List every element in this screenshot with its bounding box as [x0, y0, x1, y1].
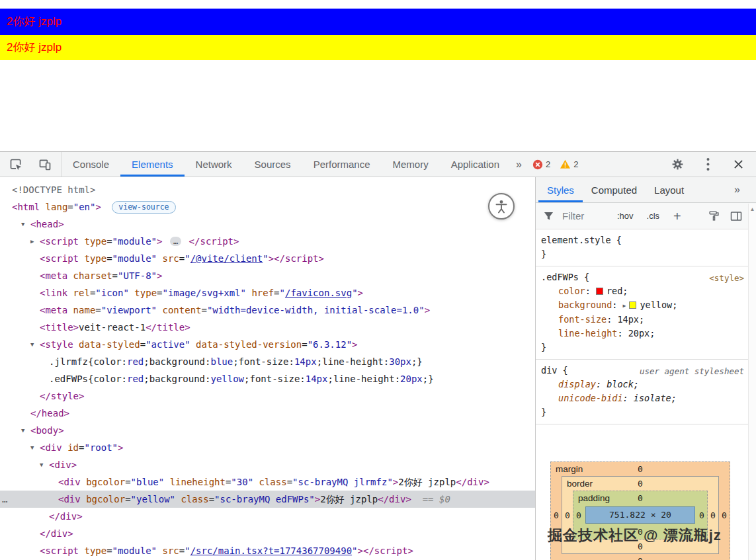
code-token: 20px;: [628, 328, 655, 339]
code-token: =: [209, 494, 214, 504]
inspect-element-icon[interactable]: [8, 157, 24, 173]
tab-application[interactable]: Application: [440, 152, 511, 177]
expander-icon[interactable]: ▶: [30, 233, 40, 250]
toggle-pseudo-state-button[interactable]: :hov: [614, 210, 637, 222]
code-row[interactable]: .jlrmfz{color:red;background:blue;font-s…: [0, 353, 535, 370]
code-token: >: [118, 442, 123, 453]
padding-right-value[interactable]: 0: [696, 510, 707, 520]
row-overflow-menu-icon[interactable]: …: [2, 491, 7, 508]
expander-icon[interactable]: ▼: [30, 336, 40, 353]
code-row[interactable]: <title>veit-react-1</title>: [0, 319, 535, 336]
brush-icon[interactable]: [706, 208, 722, 224]
code-token: class: [259, 477, 287, 487]
gear-icon[interactable]: [670, 157, 685, 172]
color-swatch[interactable]: [629, 301, 636, 309]
toggle-element-class-button[interactable]: .cls: [644, 210, 663, 222]
code-row[interactable]: ▼<body>: [0, 422, 535, 439]
code-row[interactable]: </div>: [0, 525, 535, 542]
border-right-value[interactable]: 0: [708, 510, 718, 520]
rule-source-link[interactable]: <style>: [709, 271, 744, 285]
sidebar-more-tabs-icon[interactable]: »: [729, 177, 745, 202]
code-row[interactable]: font-size: 14px;: [536, 313, 756, 327]
margin-right-value[interactable]: 0: [719, 510, 730, 520]
styles-filter-input[interactable]: [561, 210, 607, 222]
inline-expand-icon[interactable]: …: [170, 237, 181, 246]
code-row[interactable]: </div>: [0, 508, 535, 525]
code-token: red: [127, 374, 144, 384]
resource-link[interactable]: /favicon.svg: [285, 288, 352, 298]
close-icon[interactable]: [731, 157, 745, 172]
resource-link[interactable]: /src/main.tsx?t=1774367709490: [190, 545, 352, 556]
code-row[interactable]: <html lang="en"> view-source: [0, 198, 535, 216]
margin-left-value[interactable]: 0: [551, 510, 562, 520]
code-row[interactable]: <script type="module" src="/@vite/client…: [0, 250, 535, 267]
code-row[interactable]: }: [536, 405, 756, 419]
code-row[interactable]: background: ▶yellow;: [536, 298, 756, 313]
code-row[interactable]: color: red;: [536, 284, 756, 298]
shorthand-expand-icon[interactable]: ▶: [623, 303, 626, 309]
tab-sources[interactable]: Sources: [243, 152, 302, 177]
color-swatch[interactable]: [596, 288, 603, 295]
tab-elements[interactable]: Elements: [120, 152, 185, 177]
code-row[interactable]: ▼<div>: [0, 456, 535, 473]
view-source-badge[interactable]: view-source: [112, 201, 175, 214]
padding-top-value[interactable]: 0: [638, 493, 643, 503]
code-row[interactable]: <!DOCTYPE html>: [0, 181, 535, 198]
boxmodel-content[interactable]: 751.822 × 20: [585, 506, 695, 524]
code-row[interactable]: ▼<div id="root">: [0, 439, 535, 456]
code-row[interactable]: <div bgcolor="blue" lineheight="30" clas…: [0, 473, 535, 491]
kebab-menu-icon[interactable]: [700, 157, 715, 172]
padding-left-value[interactable]: 0: [573, 510, 584, 520]
accessibility-button[interactable]: [488, 193, 515, 220]
border-top-value[interactable]: 0: [638, 479, 643, 489]
more-tabs-icon[interactable]: »: [511, 152, 527, 177]
code-row[interactable]: <script type="module" src="/src/main.tsx…: [0, 542, 535, 559]
code-row[interactable]: .edFWPs {<style>: [536, 270, 756, 284]
code-row[interactable]: </head>: [0, 405, 535, 422]
sidebar-tab-styles[interactable]: Styles: [538, 177, 583, 202]
expander-icon[interactable]: ▼: [21, 422, 30, 439]
warning-badge[interactable]: 2: [560, 159, 578, 169]
style-rule: div {user agent stylesheetdisplay: block…: [536, 360, 756, 424]
code-row[interactable]: display: block;: [536, 378, 756, 391]
code-row[interactable]: <meta charset="UTF-8">: [0, 267, 535, 284]
code-token: line-height: [558, 328, 617, 339]
tab-network[interactable]: Network: [185, 152, 243, 177]
code-token: ;}: [411, 356, 423, 367]
code-token: </script>: [189, 236, 239, 247]
sidebar-tab-computed[interactable]: Computed: [583, 177, 646, 202]
code-row[interactable]: }: [536, 247, 756, 261]
code-row[interactable]: ▼<style data-styled="active" data-styled…: [0, 336, 535, 353]
selected-tree-row[interactable]: <div bgcolor="yellow" class="sc-brayMQ e…: [0, 491, 535, 508]
expander-icon[interactable]: ▼: [30, 439, 40, 456]
error-badge[interactable]: 2: [532, 159, 550, 170]
code-row[interactable]: ▼<head>: [0, 216, 535, 233]
code-row[interactable]: <meta name="viewport" content="width=dev…: [0, 301, 535, 319]
code-row[interactable]: element.style {: [536, 233, 756, 247]
margin-top-value[interactable]: 0: [638, 464, 643, 474]
new-style-rule-button[interactable]: +: [669, 210, 685, 223]
tab-console[interactable]: Console: [62, 152, 120, 177]
sidebar-tab-layout[interactable]: Layout: [646, 177, 693, 202]
tab-performance[interactable]: Performance: [302, 152, 382, 177]
expander-icon[interactable]: ▼: [40, 456, 49, 473]
code-token: =: [125, 477, 130, 487]
code-row[interactable]: unicode-bidi: isolate;: [536, 391, 756, 405]
margin-bottom-value[interactable]: 0: [638, 556, 643, 560]
device-toolbar-icon[interactable]: [37, 157, 53, 173]
code-row[interactable]: div {user agent stylesheet: [536, 364, 756, 378]
scroll-up-icon[interactable]: ▲: [749, 204, 756, 212]
code-row[interactable]: }: [536, 340, 756, 354]
code-token: "en": [73, 202, 96, 212]
code-row[interactable]: <link rel="icon" type="image/svg+xml" hr…: [0, 284, 535, 301]
resource-link[interactable]: /@vite/client: [190, 253, 263, 264]
code-row[interactable]: ▶<script type="module"> … </script>: [0, 233, 535, 250]
expander-icon[interactable]: ▼: [21, 216, 30, 233]
sidebar-panel-toggle-icon[interactable]: [728, 208, 744, 224]
border-left-value[interactable]: 0: [562, 510, 573, 520]
code-row[interactable]: line-height: 20px;: [536, 327, 756, 340]
code-row[interactable]: .edFWPs{color:red;background:yellow;font…: [0, 370, 535, 387]
tab-memory[interactable]: Memory: [382, 152, 440, 177]
code-row[interactable]: </style>: [0, 387, 535, 405]
styles-scrollbar[interactable]: ▲: [748, 204, 756, 560]
